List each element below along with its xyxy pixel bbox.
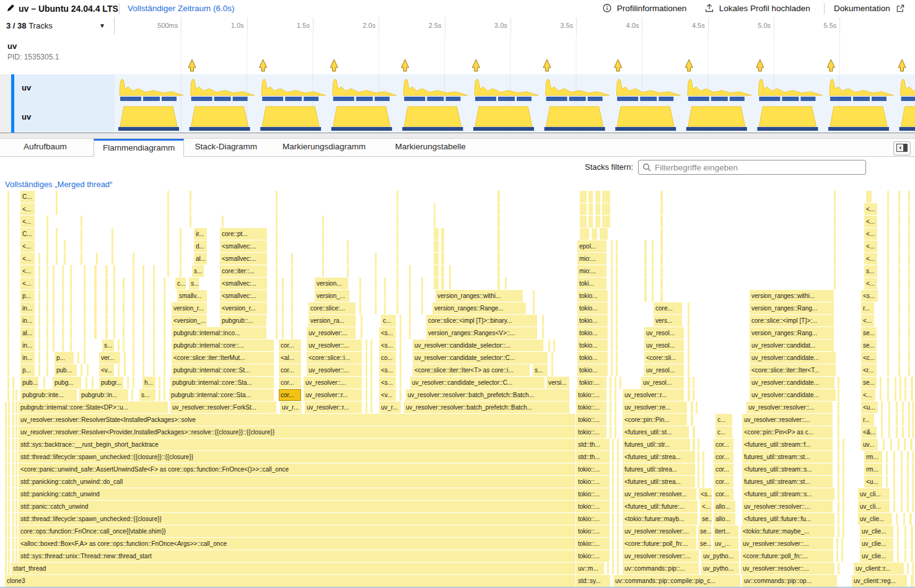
flame-box[interactable]: <core::pin::Pin<P> as c... [742, 426, 833, 438]
flame-box[interactable]: p... [20, 364, 35, 376]
flame-box[interactable]: c... [175, 278, 186, 289]
flame-box-sliver[interactable] [617, 476, 619, 488]
flame-box-sliver[interactable] [595, 216, 600, 227]
flame-box-sliver[interactable] [159, 389, 160, 401]
flame-box-sliver[interactable] [887, 228, 889, 240]
flame-box-sliver[interactable] [7, 327, 9, 339]
flame-box-sliver[interactable] [153, 327, 155, 339]
flame-box-sliver[interactable] [616, 290, 618, 302]
flame-box-sliver[interactable] [896, 402, 898, 413]
flame-box-sliver[interactable] [5, 550, 7, 562]
tab-aufrufbaum[interactable]: Aufrufbaum [15, 139, 76, 156]
flame-box-sliver[interactable] [322, 265, 324, 277]
flame-box[interactable]: <futures_util::strea... [623, 476, 695, 488]
flame-box-sliver[interactable] [897, 550, 899, 562]
flame-box-sliver[interactable] [887, 327, 889, 339]
flame-box-sliver[interactable] [400, 377, 401, 388]
flame-box-sliver[interactable] [370, 352, 372, 364]
flame-box[interactable]: rm... [864, 451, 882, 463]
flame-box[interactable]: uv_clie... [858, 513, 892, 525]
flame-box-sliver[interactable] [698, 451, 699, 463]
flame-box-sliver[interactable] [133, 364, 134, 376]
flame-box-sliver[interactable] [276, 265, 278, 277]
flame-box-sliver[interactable] [167, 240, 169, 252]
flame-box-sliver[interactable] [434, 253, 439, 265]
flame-box[interactable]: uv_r... [280, 402, 302, 413]
flame-box-sliver[interactable] [887, 302, 889, 314]
flame-box-sliver[interactable] [375, 278, 377, 289]
flame-box[interactable]: uv_resolver::candidate... [750, 389, 836, 401]
flame-box-sliver[interactable] [167, 265, 169, 277]
flame-box-sliver[interactable] [70, 278, 72, 289]
flame-box-sliver[interactable] [843, 439, 844, 450]
flame-box-sliver[interactable] [880, 377, 882, 388]
flame-box[interactable]: c... [381, 315, 396, 327]
flame-box-sliver[interactable] [46, 290, 48, 302]
flame-box-sliver[interactable] [644, 253, 647, 265]
flame-box-sliver[interactable] [691, 402, 693, 413]
flame-box-sliver[interactable] [396, 203, 398, 215]
flame-box-sliver[interactable] [612, 439, 614, 450]
flame-box-sliver[interactable] [660, 253, 663, 265]
flame-box-sliver[interactable] [62, 327, 64, 339]
flame-box-sliver[interactable] [612, 563, 614, 574]
tab-stack-diagramm[interactable]: Stack-Diagramm [186, 139, 266, 156]
flame-box-sliver[interactable] [881, 426, 883, 438]
flame-box-sliver[interactable] [843, 501, 844, 512]
flame-box-sliver[interactable] [8, 426, 10, 438]
flame-box[interactable]: uv_client::r... [854, 563, 904, 574]
flame-box-sliver[interactable] [15, 501, 17, 512]
flame-box-sliver[interactable] [81, 240, 82, 252]
flame-box-sliver[interactable] [153, 340, 155, 351]
flame-box[interactable]: s... [102, 340, 114, 351]
flame-box-sliver[interactable] [838, 426, 839, 438]
flame-box-sliver[interactable] [834, 265, 836, 277]
flame-box[interactable]: <alloc::boxed::Box<F,A> as core::ops::fu… [19, 538, 576, 550]
flame-box-sliver[interactable] [347, 240, 349, 252]
flame-box-sliver[interactable] [838, 513, 839, 525]
flame-box[interactable]: core... [654, 302, 682, 314]
flame-box-sliver[interactable] [400, 327, 401, 339]
flame-box[interactable]: se... [698, 538, 711, 550]
flame-box-sliver[interactable] [85, 377, 87, 388]
flame-box[interactable]: pubgrub::internal::core::State<DP>::u... [19, 402, 168, 413]
flame-box-sliver[interactable] [366, 340, 367, 351]
flame-box-sliver[interactable] [898, 302, 900, 314]
flame-box[interactable]: core::pt... [220, 228, 267, 240]
flame-box-sliver[interactable] [282, 315, 284, 327]
flame-box-sliver[interactable] [834, 240, 836, 252]
flame-box[interactable]: <... [20, 216, 35, 227]
flame-box-sliver[interactable] [409, 265, 411, 277]
flame-box-sliver[interactable] [276, 203, 278, 215]
flame-box-sliver[interactable] [396, 228, 398, 240]
flame-box-sliver[interactable] [370, 402, 372, 413]
flame-box-sliver[interactable] [887, 278, 889, 289]
flame-box[interactable]: uv_client::reg... [852, 575, 907, 587]
flame-box-sliver[interactable] [691, 414, 693, 426]
flame-box-sliver[interactable] [359, 290, 361, 302]
flame-box[interactable]: <futures_util::stream::s... [742, 488, 834, 500]
flame-box-sliver[interactable] [890, 439, 892, 450]
flame-box-sliver[interactable] [396, 216, 398, 227]
flame-box-sliver[interactable] [133, 265, 134, 277]
flame-box-sliver[interactable] [164, 389, 165, 401]
flame-box-sliver[interactable] [46, 253, 48, 265]
flame-box[interactable]: <core::panic::unwind_safe::AssertUnwindS… [19, 463, 576, 475]
flame-box-sliver[interactable] [370, 340, 372, 351]
flame-box-sliver[interactable] [123, 278, 125, 289]
flame-box-sliver[interactable] [908, 253, 910, 265]
flame-box[interactable]: uv_resolver::r... [304, 389, 362, 401]
flame-box-sliver[interactable] [53, 327, 55, 339]
flame-box-sliver[interactable] [38, 253, 40, 265]
flame-box-sliver[interactable] [347, 253, 349, 265]
flame-box-sliver[interactable] [15, 402, 17, 413]
flame-box[interactable]: uv_resolver::resolver::... [741, 538, 833, 550]
flame-box-sliver[interactable] [366, 402, 367, 413]
flame-box-sliver[interactable] [12, 426, 14, 438]
flame-box[interactable]: pubgrub::internal::inco... [172, 327, 266, 339]
flame-box-sliver[interactable] [396, 253, 398, 265]
flame-box-sliver[interactable] [908, 327, 910, 339]
flame-box-sliver[interactable] [15, 463, 17, 475]
flame-box-sliver[interactable] [843, 488, 844, 500]
flame-box-sliver[interactable] [907, 563, 909, 574]
